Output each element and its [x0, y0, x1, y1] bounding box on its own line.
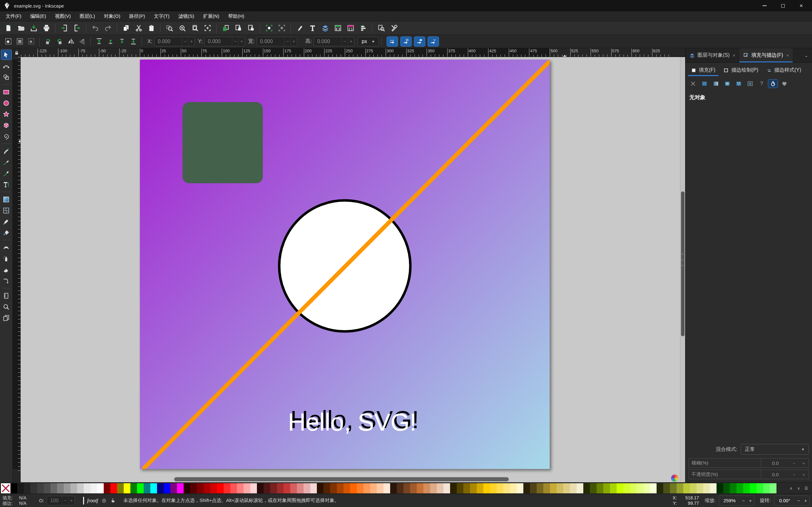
palette-swatch[interactable] [104, 483, 110, 493]
tab-layers-objects[interactable]: 图层与对象(S) × [686, 48, 740, 62]
palette-swatch[interactable] [743, 483, 750, 493]
palette-swatch[interactable] [44, 483, 50, 493]
palette-swatch[interactable] [423, 483, 430, 493]
palette-swatch[interactable] [150, 483, 157, 493]
select-all-button[interactable] [3, 36, 14, 48]
palette-swatch[interactable] [590, 483, 597, 493]
palette-swatch[interactable] [597, 483, 603, 493]
layers-dialog-button[interactable] [319, 22, 332, 34]
palette-swatch[interactable] [617, 483, 623, 493]
spin-decrement[interactable]: − [341, 37, 348, 46]
horizontal-scrollbar-thumb[interactable] [174, 477, 509, 481]
vertical-scrollbar[interactable] [680, 57, 685, 482]
palette-swatch[interactable] [543, 483, 550, 493]
palette-swatch[interactable] [124, 483, 131, 493]
palette-swatch[interactable] [630, 483, 637, 493]
xml-editor-button[interactable] [332, 22, 344, 34]
palette-swatch[interactable] [157, 483, 164, 493]
minimize-button[interactable] [761, 2, 768, 9]
zoom-drawing-button[interactable] [176, 22, 189, 34]
spin-decrement[interactable]: − [182, 37, 188, 46]
fill-stroke-indicator[interactable]: 填充: N/A 描边: N/A [3, 495, 26, 506]
tool-pages[interactable] [1, 313, 12, 323]
paste-button[interactable] [145, 22, 158, 34]
fill-type-blob[interactable] [779, 79, 790, 88]
print-button[interactable] [40, 22, 53, 34]
group-button[interactable] [263, 22, 275, 34]
spin-increment[interactable]: + [68, 496, 74, 505]
spin-decrement[interactable]: − [790, 458, 799, 467]
palette-swatch[interactable] [403, 483, 410, 493]
tool-select[interactable] [1, 50, 12, 60]
palette-swatch[interactable] [230, 483, 237, 493]
tab-fill-stroke[interactable]: 填充与描边(F) × [740, 48, 793, 62]
transform-corners-toggle[interactable] [400, 37, 412, 47]
palette-swatch[interactable] [310, 483, 317, 493]
palette-swatch[interactable] [750, 483, 757, 493]
palette-swatch[interactable] [204, 483, 210, 493]
tool-rect[interactable] [1, 87, 12, 97]
spin-decrement[interactable]: − [284, 37, 291, 46]
palette-swatch[interactable] [31, 483, 37, 493]
palette-swatch[interactable] [716, 483, 723, 493]
palette-swatch[interactable] [557, 483, 563, 493]
palette-swatch[interactable] [703, 483, 710, 493]
palette-swatch[interactable] [197, 483, 204, 493]
palette-swatch[interactable] [190, 483, 197, 493]
palette-swatch[interactable] [323, 483, 330, 493]
palette-scroll-down[interactable]: ∨ [795, 484, 802, 493]
palette-swatch[interactable] [517, 483, 523, 493]
palette-swatch[interactable] [623, 483, 630, 493]
palette-swatch[interactable] [64, 483, 70, 493]
new-document-button[interactable] [2, 22, 14, 34]
palette-swatch[interactable] [610, 483, 617, 493]
palette-swatch[interactable] [643, 483, 650, 493]
palette-swatch[interactable] [363, 483, 370, 493]
spin-decrement[interactable]: − [232, 37, 238, 46]
palette-swatch[interactable] [50, 483, 57, 493]
palette-swatch[interactable] [177, 483, 184, 493]
ungroup-button[interactable] [275, 22, 288, 34]
tool-calligraphy[interactable] [1, 168, 12, 178]
menu-item-2[interactable]: 视图(V) [50, 11, 75, 21]
fill-type-flat-color[interactable] [699, 79, 710, 88]
tool-connector[interactable] [1, 276, 12, 286]
palette-swatch[interactable] [70, 483, 77, 493]
blur-slider[interactable]: 模糊(%) 0.0 − + [689, 458, 809, 468]
palette-swatch[interactable] [277, 483, 284, 493]
palette-swatch[interactable] [377, 483, 384, 493]
zoom-page-fit-button[interactable] [201, 22, 214, 34]
transform-stroke-toggle[interactable] [387, 37, 398, 47]
palette-swatch[interactable] [663, 483, 670, 493]
palette-swatch[interactable] [170, 483, 177, 493]
palette-swatch[interactable] [757, 483, 763, 493]
opacity-slider[interactable]: 不透明度(%) 0.0 − + [689, 469, 809, 479]
panel-resize-handle[interactable] [681, 253, 683, 266]
zoom-selection-button[interactable] [163, 22, 176, 34]
palette-swatch[interactable] [110, 483, 117, 493]
preferences-button[interactable] [388, 22, 400, 34]
svg-shape-rect-0[interactable] [183, 102, 263, 183]
zoom-page-button[interactable] [189, 22, 201, 34]
menu-item-6[interactable]: 文字(T) [149, 11, 174, 21]
fill-type-radial-gradient[interactable] [722, 79, 732, 88]
spin-increment[interactable]: + [799, 470, 809, 479]
palette-swatch[interactable] [523, 483, 530, 493]
palette-swatch[interactable] [210, 483, 217, 493]
tool-pencil[interactable] [1, 157, 12, 167]
rotate-ccw-button[interactable] [42, 36, 54, 48]
menu-item-3[interactable]: 图层(L) [75, 11, 99, 21]
menu-item-8[interactable]: 扩展(N) [199, 11, 223, 21]
lower-bottom-button[interactable] [128, 36, 139, 48]
palette-swatch[interactable] [457, 483, 463, 493]
tool-ellipse[interactable] [1, 98, 12, 108]
close-icon[interactable]: × [733, 53, 735, 58]
raise-top-button[interactable] [93, 36, 105, 48]
palette-swatch[interactable] [737, 483, 743, 493]
subtab-stroke-paint[interactable]: 描边绘制(P) [720, 65, 761, 76]
palette-swatch[interactable] [17, 483, 24, 493]
chevron-down-icon[interactable]: ⌄ [801, 53, 812, 58]
spin-increment[interactable]: + [799, 458, 809, 467]
canvas-viewport[interactable]: Hello, SVG!Hello, SVG! [20, 57, 680, 482]
blur-value[interactable]: 0.0 [761, 458, 790, 467]
